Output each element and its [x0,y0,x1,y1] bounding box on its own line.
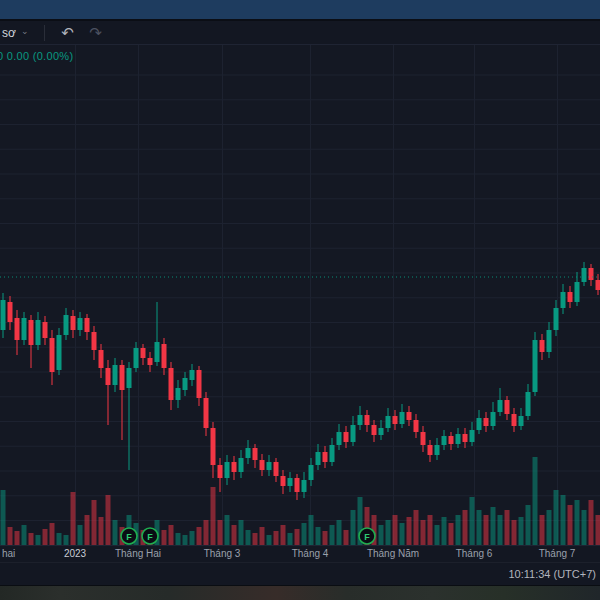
volume-bar [85,515,90,545]
time-axis-label: hai [2,548,15,559]
volume-bar [386,520,391,545]
volume-bar [218,520,223,545]
volume-bar [491,507,496,545]
candle-body [57,335,62,370]
time-axis-label: Tháng Năm [367,548,419,559]
chart-pane[interactable]: FFF 0 0.00 (0.00%) [0,45,600,545]
volume-bar [568,505,573,545]
candle-body [50,338,55,372]
candle-body [78,318,83,330]
volume-bar [92,500,97,545]
event-badge-f[interactable]: F [121,528,137,544]
volume-bar [449,523,454,545]
volume-bar [1,490,6,545]
candle-body [386,416,391,428]
volume-bar [344,530,349,545]
status-bar: 10:11:34 (UTC+7) [0,562,600,585]
volume-bar [379,525,384,545]
candle-body [113,365,118,385]
candle-body [197,370,202,398]
candle-body [127,368,132,388]
candle-body [372,425,377,435]
volume-bar [435,525,440,545]
candle-body [568,292,573,302]
volume-bar [512,520,517,545]
window-bottom-edge [0,585,600,600]
candle-body [43,322,48,338]
clock-timezone-button[interactable]: 10:11:34 (UTC+7) [508,568,596,580]
candle-body [547,330,552,352]
candle-body [358,415,363,425]
volume-bar [281,525,286,545]
trading-app: sơ ⌄ ↶ ↷ FFF 0 0.00 (0.00%) hai2023Tháng… [0,0,600,600]
candle-body [379,428,384,435]
candle-body [288,478,293,486]
chart-toolbar: sơ ⌄ ↶ ↷ [0,19,600,45]
volume-bar [407,517,412,545]
volume-bar [15,531,20,545]
candle-body [442,436,447,445]
event-badge-f[interactable]: F [142,528,158,544]
candle-body [141,348,146,358]
candle-body [575,282,580,302]
volume-bar [162,530,167,545]
volume-bar [442,517,447,545]
volume-bar [246,530,251,545]
candle-body [589,268,594,280]
candle-body [505,400,510,414]
candle-body [106,368,111,385]
volume-bar [176,533,181,545]
symbol-change-legend[interactable]: 0 0.00 (0.00%) [0,50,73,62]
candle-body [421,432,426,445]
candle-body [15,318,20,340]
event-badge-f[interactable]: F [359,528,375,544]
volume-bar [169,525,174,545]
candle-body [36,320,41,345]
volume-bar [316,527,321,545]
candle-body [596,280,600,290]
time-axis-label: Tháng 6 [456,548,493,559]
candle-body [267,462,272,470]
redo-icon: ↷ [89,24,102,42]
redo-button[interactable]: ↷ [81,22,109,44]
candle-body [449,436,454,444]
volume-bar [232,525,237,545]
candle-body [71,316,76,330]
volume-bar [309,515,314,545]
time-axis[interactable]: hai2023Tháng HaiTháng 3Tháng 4Tháng NămT… [0,545,600,562]
candle-body [295,478,300,492]
candle-body [281,476,286,486]
volume-bar [50,523,55,545]
volume-bar [197,527,202,545]
candle-body [22,318,27,340]
event-letter: F [147,532,153,542]
volume-bar [57,533,62,545]
volume-bar [498,515,503,545]
volume-bar [78,525,83,545]
candle-body [218,465,223,478]
volume-bar [589,500,594,545]
candle-body [365,415,370,425]
candle-body [232,462,237,472]
volume-bar [456,515,461,545]
volume-bar [554,490,559,545]
volume-bar [267,535,272,545]
volume-bar [99,517,104,545]
volume-bar [71,492,76,545]
volume-bar [477,510,482,545]
volume-bar [533,457,538,545]
candle-body [204,398,209,428]
candle-body [344,432,349,442]
volume-bar [505,510,510,545]
event-letter: F [126,532,132,542]
candlestick-chart[interactable]: FFF [0,45,600,545]
candle-body [582,268,587,282]
volume-bar [596,515,600,545]
interval-button[interactable]: sơ ⌄ [0,22,36,44]
candle-body [316,452,321,465]
candle-body [29,320,34,345]
undo-button[interactable]: ↶ [53,22,81,44]
window-title-bar[interactable] [0,0,600,19]
candle-body [456,434,461,444]
volume-bar [204,520,209,545]
